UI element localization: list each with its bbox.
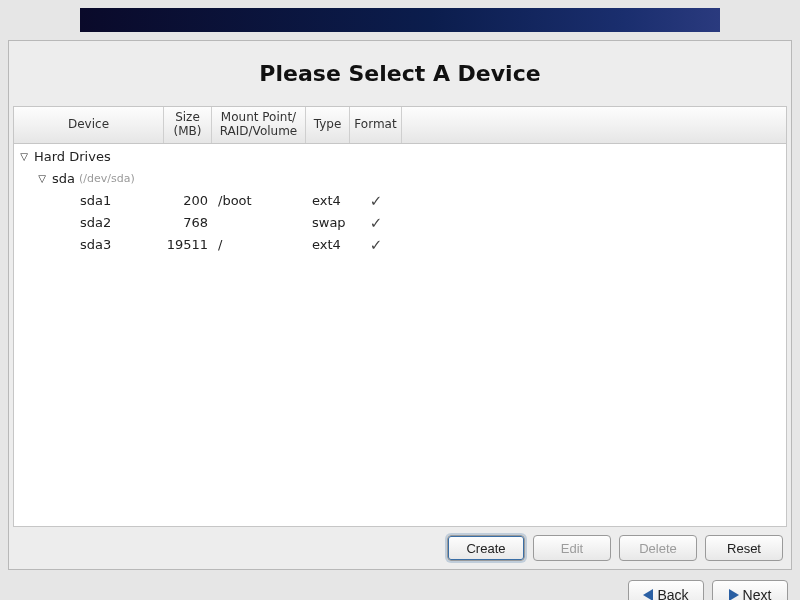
partition-name: sda2: [80, 215, 111, 230]
next-button[interactable]: Next: [712, 580, 788, 600]
partition-row[interactable]: ▽ sda1 200 /boot ext4 ✓: [14, 190, 786, 212]
tree-root-label: Hard Drives: [34, 149, 111, 164]
partition-type: ext4: [306, 193, 350, 208]
partition-row[interactable]: ▽ sda2 768 swap ✓: [14, 212, 786, 234]
col-format[interactable]: Format: [350, 107, 402, 143]
partition-name: sda1: [80, 193, 111, 208]
col-size[interactable]: Size (MB): [164, 107, 212, 143]
partition-row[interactable]: ▽ sda3 19511 / ext4 ✓: [14, 234, 786, 256]
disk-path: (/dev/sda): [79, 172, 135, 185]
partition-format: ✓: [350, 192, 402, 210]
partition-mount: /: [212, 237, 306, 252]
partition-type: swap: [306, 215, 350, 230]
arrow-right-icon: [729, 589, 739, 600]
col-type[interactable]: Type: [306, 107, 350, 143]
main-panel: Please Select A Device Device Size (MB) …: [8, 40, 792, 570]
partition-table: Device Size (MB) Mount Point/ RAID/Volum…: [13, 106, 787, 527]
title-area: Please Select A Device: [9, 41, 791, 106]
delete-button: Delete: [619, 535, 697, 561]
partition-format: ✓: [350, 214, 402, 232]
partition-size: 200: [164, 193, 212, 208]
disk-row[interactable]: ▽ sda (/dev/sda): [14, 168, 786, 190]
reset-button[interactable]: Reset: [705, 535, 783, 561]
partition-format: ✓: [350, 236, 402, 254]
partition-mount: /boot: [212, 193, 306, 208]
table-header: Device Size (MB) Mount Point/ RAID/Volum…: [14, 107, 786, 144]
next-label: Next: [743, 587, 772, 600]
expander-icon[interactable]: ▽: [36, 173, 48, 184]
partition-size: 19511: [164, 237, 212, 252]
back-button[interactable]: Back: [628, 580, 704, 600]
action-button-row: Create Edit Delete Reset: [9, 527, 791, 569]
partition-type: ext4: [306, 237, 350, 252]
edit-button: Edit: [533, 535, 611, 561]
create-button[interactable]: Create: [447, 535, 525, 561]
checkmark-icon: ✓: [370, 192, 383, 210]
checkmark-icon: ✓: [370, 214, 383, 232]
page-title: Please Select A Device: [9, 61, 791, 86]
checkmark-icon: ✓: [370, 236, 383, 254]
partition-size: 768: [164, 215, 212, 230]
tree-root-row[interactable]: ▽ Hard Drives: [14, 146, 786, 168]
col-spacer: [402, 107, 786, 143]
partition-name: sda3: [80, 237, 111, 252]
disk-name: sda: [52, 171, 75, 186]
top-banner: [80, 8, 720, 32]
arrow-left-icon: [643, 589, 653, 600]
back-label: Back: [657, 587, 688, 600]
nav-button-row: Back Next: [0, 570, 800, 600]
col-device[interactable]: Device: [14, 107, 164, 143]
expander-icon[interactable]: ▽: [18, 151, 30, 162]
col-mount[interactable]: Mount Point/ RAID/Volume: [212, 107, 306, 143]
table-body[interactable]: ▽ Hard Drives ▽ sda (/dev/sda) ▽ sda1 20…: [14, 144, 786, 526]
